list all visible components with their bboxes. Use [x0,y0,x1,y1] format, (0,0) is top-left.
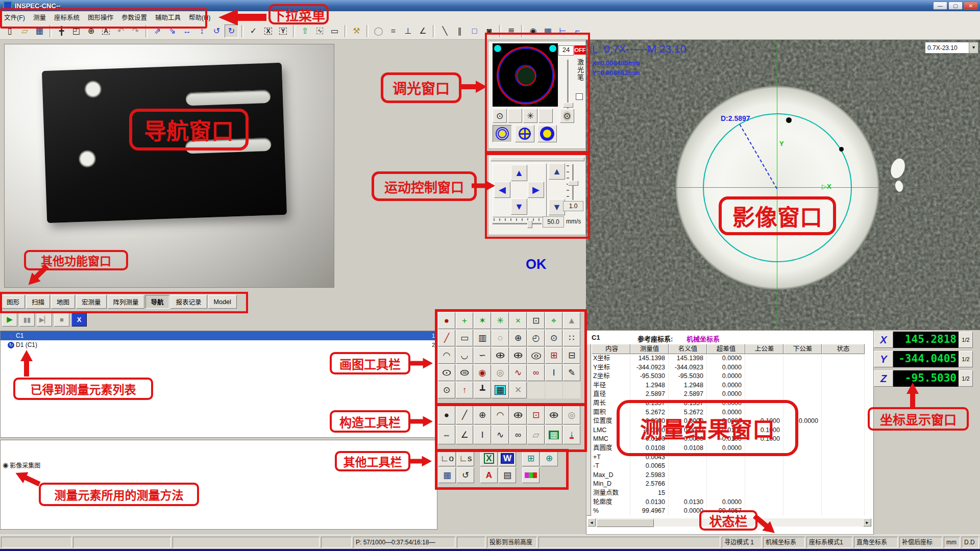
result-row[interactable]: %99.49670.000099.4967 [592,507,865,516]
half-toggle-z[interactable]: 1/2 [959,370,973,387]
camera-live-button[interactable]: ◉ [526,24,540,38]
tab-4[interactable]: 宏测量 [76,295,107,309]
run-step-button[interactable]: ▶▏ [37,312,52,327]
result-row[interactable]: MMC-0.01000.0000-0.01000.1000 [592,435,865,444]
rect-symmetric-button[interactable]: ⊟ [563,347,580,364]
z-up-button[interactable]: ▲ [549,163,565,180]
region-capture-button[interactable]: ⊕ [541,450,558,466]
construct-ellipse-button[interactable]: ⊕ [509,405,527,424]
export-excel-button[interactable]: X [480,450,498,466]
title-bar[interactable]: INSPEC-CNC-- — ▢ ✕ [0,0,980,11]
point-crosshair-button[interactable]: + [456,312,473,329]
measured-element-list[interactable]: ◌C11↻D1 (C1)2 [0,331,437,438]
construct-calculator-button[interactable]: ▦ [545,425,562,444]
circle-scatter-button[interactable]: ◉ [474,364,491,381]
measure-height-button[interactable]: ↕ [195,24,209,38]
result-row[interactable]: 半径1.29481.29480.0000 [592,381,865,390]
element-import-button[interactable]: ↓ [563,425,580,444]
ring-light-display[interactable] [493,43,558,107]
construct-ring-button[interactable]: ◎ [563,405,580,424]
export-word-button[interactable]: W [499,450,516,466]
column-header-7[interactable]: 状态 [822,344,865,354]
polyline-scan-button[interactable]: ∿ [509,364,527,381]
slider-thumb[interactable] [563,103,573,108]
result-row[interactable]: 测量点数15 [592,489,865,498]
window-layout-button[interactable]: ▭ [328,24,341,38]
column-header-1[interactable]: 内容 [592,344,630,354]
jog-left-button[interactable]: ◀ [494,182,510,198]
column-header-3[interactable]: 名义值 [669,344,707,354]
origin-set-button[interactable]: ∟s [457,450,474,466]
minimize-button[interactable]: — [933,2,947,10]
contour-blob-button[interactable]: ∞ [527,364,545,381]
scan-curve-button[interactable]: ∿ [313,24,327,38]
tab-3[interactable]: 地图 [51,295,75,309]
tab-2[interactable]: 扫描 [26,295,50,309]
result-row[interactable]: 面积5.26725.26720.0000 [592,408,865,417]
point-auto-find-button[interactable]: ✳ [492,312,509,329]
result-row[interactable]: Z坐标-95.5030-95.50300.0000 [592,372,865,381]
run-play-button[interactable]: ▶ [2,312,17,327]
maximize-button[interactable]: ▢ [948,2,963,10]
x-dimension-button[interactable]: X [261,24,275,38]
tab-6[interactable]: 导航 [145,295,169,309]
ellipse-crosshair-button[interactable]: ⊕ [509,347,527,364]
slot-measure-button[interactable]: ⊜ [456,364,473,381]
axis-z-button[interactable]: Z [874,370,893,387]
rect-point-count-button[interactable]: ⊞ [545,347,562,364]
z-up-button[interactable]: ⇧ [298,24,312,38]
result-row[interactable]: +T0.0043 [592,453,865,462]
sketch-pencil-button[interactable]: ✎ [563,364,580,381]
calculator-button[interactable]: ▦ [492,382,509,398]
element-list-item[interactable]: ◌C11 [1,331,437,340]
probe-column-button[interactable]: ┻ [474,382,491,398]
light-slot-4-button[interactable] [538,109,553,123]
laser-pen-checkbox[interactable] [576,93,583,100]
half-toggle-y[interactable]: 1/2 [959,351,973,367]
tab-8[interactable]: Model [208,295,237,309]
ellipse-points-button[interactable]: ⊙ [438,364,455,381]
angle-measure-button[interactable]: ∠ [416,24,430,38]
redo-button[interactable]: ↷ [129,24,142,38]
quad-ring-light-button[interactable] [515,125,534,142]
coaxial-light-button[interactable] [537,125,557,142]
report-notes-button[interactable]: ▤ [499,467,516,483]
color-palette-button[interactable] [522,467,540,483]
new-file-button[interactable]: ▯ [3,24,17,38]
menu-item-3[interactable]: 座标系统 [50,11,84,23]
result-row[interactable]: 轮廓度0.01300.01300.0000 [592,498,865,507]
circle-three-arc-button[interactable]: ◴ [527,330,545,346]
construct-point-button[interactable]: ● [438,405,455,424]
result-row[interactable]: Max_D2.5983 [592,471,865,480]
scrollbar-thumb[interactable] [597,519,654,527]
measure-point-button[interactable]: ● [438,312,455,329]
circle-center-point-button[interactable]: ⊙ [438,382,455,398]
image-capture-button[interactable]: ▲ [563,312,580,329]
result-row[interactable]: X坐标145.1398145.13980.0000 [592,354,865,363]
construct-distance-button[interactable]: ⇔ [438,425,455,444]
zoom-region-button[interactable]: ◰ [69,24,83,38]
navigation-window[interactable] [4,44,334,288]
measure-line-button[interactable]: ╱ [438,330,455,346]
font-settings-button[interactable]: A [480,467,498,483]
construct-contour-button[interactable]: ∞ [509,425,527,444]
rotate-cw-button[interactable]: ↻ [225,24,238,38]
menu-item-7[interactable]: 帮助(H) [185,11,214,23]
construct-angle-button[interactable]: ∠ [456,425,473,444]
move-diag-up-button[interactable]: ⇗ [151,24,164,38]
circle-crosshair-button[interactable]: ⊕ [509,330,527,346]
jog-down-button[interactable]: ▼ [511,198,527,215]
text-annotation-button[interactable]: A [99,24,113,38]
zoom-point-button[interactable]: ⌖ [545,312,562,329]
arc-bent-button[interactable]: ◡ [456,347,473,364]
scroll-right-icon[interactable]: ► [863,518,871,527]
scrollbar-track[interactable] [654,518,863,527]
close-button[interactable]: ✕ [964,2,978,10]
scroll-left-icon[interactable]: ◄ [587,518,596,527]
construct-circle-button[interactable]: ⊕ [474,405,491,424]
light-intensity-input[interactable]: 24 [558,45,574,56]
measure-method-list[interactable]: ◉影像采集图 [0,440,437,530]
line-intersection-point-button[interactable]: × [509,312,527,329]
menu-item-2[interactable]: 测量 [29,11,50,23]
construct-rect-button[interactable]: ⊡ [527,405,545,424]
